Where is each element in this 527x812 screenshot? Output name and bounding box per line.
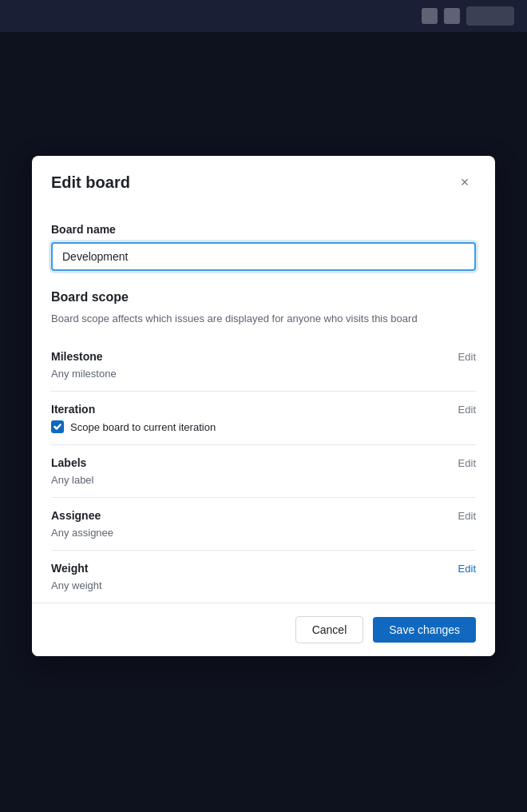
edit-link-labels[interactable]: Edit <box>458 457 476 469</box>
modal-title: Edit board <box>51 173 130 192</box>
scope-item-name-milestone: Milestone <box>51 350 103 363</box>
board-name-label: Board name <box>51 223 476 236</box>
edit-board-modal: Edit board × Board name Board scope Boar… <box>32 156 495 657</box>
modal-body: Board name Board scope Board scope affec… <box>32 207 495 603</box>
scope-item-value-assignee: Any assignee <box>51 527 476 539</box>
scope-item-milestone: Milestone Edit Any milestone <box>51 339 476 392</box>
iteration-checkbox-label: Scope board to current iteration <box>70 421 216 433</box>
edit-link-weight[interactable]: Edit <box>458 563 476 575</box>
scope-item-iteration: Iteration Edit Scope board to current it… <box>51 392 476 445</box>
scope-item-header-milestone: Milestone Edit <box>51 350 476 363</box>
scope-item-name-iteration: Iteration <box>51 403 95 416</box>
modal-wrapper: Edit board × Board name Board scope Boar… <box>0 0 527 812</box>
iteration-checkbox-row: Scope board to current iteration <box>51 420 476 433</box>
scope-item-assignee: Assignee Edit Any assignee <box>51 498 476 551</box>
save-changes-button[interactable]: Save changes <box>373 617 476 643</box>
modal-header: Edit board × <box>32 156 495 207</box>
checkmark-icon <box>53 423 61 431</box>
scope-description: Board scope affects which issues are dis… <box>51 311 476 327</box>
scope-item-name-labels: Labels <box>51 456 86 469</box>
board-scope-title: Board scope <box>51 290 476 304</box>
scope-item-header-assignee: Assignee Edit <box>51 509 476 522</box>
board-name-input[interactable] <box>51 242 476 271</box>
edit-link-milestone[interactable]: Edit <box>458 351 476 363</box>
scope-item-labels: Labels Edit Any label <box>51 445 476 498</box>
modal-footer: Cancel Save changes <box>32 603 495 656</box>
scope-item-name-weight: Weight <box>51 562 88 575</box>
iteration-checkbox[interactable] <box>51 420 64 433</box>
scope-item-header-weight: Weight Edit <box>51 562 476 575</box>
edit-link-iteration[interactable]: Edit <box>458 404 476 416</box>
cancel-button[interactable]: Cancel <box>295 616 364 643</box>
scope-item-header-iteration: Iteration Edit <box>51 403 476 416</box>
scope-item-name-assignee: Assignee <box>51 509 101 522</box>
scope-item-weight: Weight Edit Any weight <box>51 551 476 603</box>
scope-item-header-labels: Labels Edit <box>51 456 476 469</box>
scope-item-value-milestone: Any milestone <box>51 368 476 380</box>
scope-item-value-weight: Any weight <box>51 579 476 591</box>
edit-link-assignee[interactable]: Edit <box>458 510 476 522</box>
scope-item-value-labels: Any label <box>51 474 476 486</box>
close-button[interactable]: × <box>454 172 476 194</box>
